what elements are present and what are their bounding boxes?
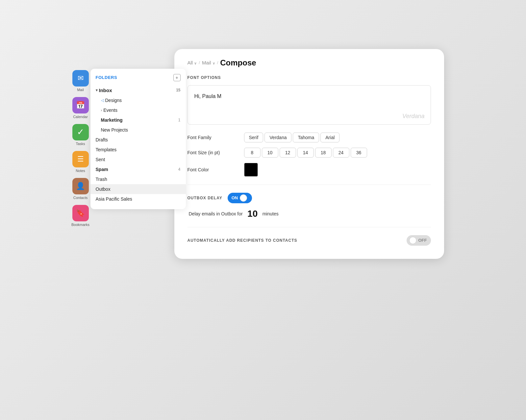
folder-name: New Projects [101, 127, 181, 133]
folder-name: Events [103, 108, 180, 113]
outbox-delay-title: OUTBOX DELAY [188, 196, 222, 200]
breadcrumb-sep2: / [217, 60, 218, 65]
folders-header: FOLDERS + [90, 74, 186, 85]
sidebar-item-tasks[interactable]: ✓ Tasks [71, 123, 90, 147]
font-size-row: Font Size (in pt) 8 10 12 14 18 24 36 [188, 148, 431, 158]
app-sidebar: ✉ Mail 📅 Calendar ✓ Tasks ☰ Notes 👤 Cont… [66, 69, 95, 228]
folder-name: Asia Pacific Sales [96, 196, 181, 202]
folder-name: Outbox [96, 186, 181, 192]
folder-name: Templates [96, 147, 181, 152]
folder-name: Designs [105, 98, 181, 103]
font-family-label: Font Family [188, 135, 240, 140]
contacts-icon: 👤 [72, 178, 89, 194]
plus-icon: + [175, 75, 178, 80]
font-options-title: FONT OPTIONS [188, 75, 431, 80]
breadcrumb-sep1: / [199, 60, 200, 65]
font-family-serif[interactable]: Serif [244, 133, 263, 142]
chevron-right-icon: › [101, 108, 102, 112]
section-divider-2 [188, 227, 431, 227]
folder-item-new-projects[interactable]: New Projects [90, 125, 186, 135]
font-size-12[interactable]: 12 [280, 148, 296, 158]
font-family-row: Font Family Serif Verdana Tahoma Arial [188, 133, 431, 142]
tasks-label: Tasks [76, 142, 85, 146]
sidebar-item-contacts[interactable]: 👤 Contacts [71, 177, 90, 201]
delay-row: Delay emails in Outbox for 10 minutes [188, 209, 431, 219]
bookmarks-icon: 🔖 [72, 205, 89, 221]
calendar-icon: 📅 [72, 97, 89, 113]
notes-label: Notes [76, 169, 85, 173]
mail-icon: ✉ [72, 70, 89, 86]
mail-label: Mail [77, 88, 84, 92]
folder-item-marketing[interactable]: Marketing 1 [90, 115, 186, 125]
font-size-10[interactable]: 10 [262, 148, 278, 158]
delay-label: Delay emails in Outbox for [189, 211, 243, 216]
folder-item-sent[interactable]: Sent [90, 155, 186, 164]
folders-title: FOLDERS [96, 75, 117, 80]
breadcrumb-current: Compose [220, 58, 256, 67]
sidebar-item-bookmarks[interactable]: 🔖 Bookmarks [70, 204, 91, 228]
auto-add-label: AUTOMATICALLY ADD RECIPIENTS TO CONTACTS [188, 238, 401, 243]
font-size-label: Font Size (in pt) [188, 150, 240, 155]
font-preview-box: Hi, Paula M Verdana [188, 85, 431, 125]
outbox-section: OUTBOX DELAY ON Delay emails in Outbox f… [188, 193, 431, 219]
font-options-grid: Font Family Serif Verdana Tahoma Arial F… [188, 133, 431, 177]
toggle-knob [240, 194, 247, 202]
add-folder-button[interactable]: + [173, 74, 181, 81]
folder-badge: 1 [178, 118, 181, 122]
bookmarks-label: Bookmarks [71, 223, 89, 227]
folder-item-designs[interactable]: ◁ Designs [90, 95, 186, 105]
font-size-8[interactable]: 8 [244, 148, 261, 158]
contacts-label: Contacts [73, 196, 88, 200]
font-size-14[interactable]: 14 [297, 148, 314, 158]
folder-item-trash[interactable]: Trash [90, 174, 186, 184]
chevron-down-icon: ∨ [213, 61, 215, 65]
notes-icon: ☰ [72, 151, 89, 167]
folder-item-events[interactable]: › Events [90, 105, 186, 115]
folder-item-asia-pacific[interactable]: Asia Pacific Sales [90, 194, 186, 204]
folders-panel: FOLDERS + ▾ Inbox 15 ◁ Designs › Events … [90, 69, 186, 209]
sidebar-item-mail[interactable]: ✉ Mail [71, 69, 90, 93]
settings-panel: All ∨ / Mail ∨ / Compose FONT OPTIONS Hi… [174, 49, 444, 259]
sidebar-item-calendar[interactable]: 📅 Calendar [71, 96, 90, 120]
breadcrumb-mail[interactable]: Mail ∨ [202, 60, 215, 65]
font-family-verdana[interactable]: Verdana [264, 133, 291, 142]
font-color-row: Font Color [188, 163, 431, 177]
outbox-toggle[interactable]: ON [228, 193, 252, 203]
folder-badge: 4 [178, 167, 181, 172]
folder-name: Inbox [99, 87, 175, 93]
font-color-swatch[interactable] [244, 163, 258, 177]
breadcrumb: All ∨ / Mail ∨ / Compose [188, 58, 431, 67]
breadcrumb-all[interactable]: All ∨ [188, 60, 197, 65]
font-family-arial[interactable]: Arial [320, 133, 339, 142]
font-preview-text: Hi, Paula M [194, 93, 222, 99]
calendar-label: Calendar [73, 115, 88, 119]
section-divider [188, 185, 431, 185]
font-color-label: Font Color [188, 167, 240, 172]
toggle-on-label: ON [232, 195, 238, 200]
folder-name: Trash [96, 177, 181, 182]
font-family-tahoma[interactable]: Tahoma [293, 133, 319, 142]
toggle-off-knob [409, 237, 416, 244]
folder-name: Spam [96, 167, 177, 172]
folder-name: Sent [96, 157, 181, 162]
folder-item-templates[interactable]: Templates [90, 145, 186, 155]
folder-badge: 15 [176, 88, 180, 92]
folder-item-outbox[interactable]: Outbox [90, 184, 186, 194]
font-size-36[interactable]: 36 [351, 148, 367, 158]
folder-item-inbox[interactable]: ▾ Inbox 15 [90, 85, 186, 95]
sidebar-item-notes[interactable]: ☰ Notes [71, 150, 90, 174]
font-family-buttons: Serif Verdana Tahoma Arial [244, 133, 340, 142]
folder-item-spam[interactable]: Spam 4 [90, 164, 186, 174]
auto-add-toggle[interactable]: OFF [407, 235, 431, 246]
font-size-buttons: 8 10 12 14 18 24 36 [244, 148, 367, 158]
font-size-18[interactable]: 18 [315, 148, 332, 158]
auto-add-row: AUTOMATICALLY ADD RECIPIENTS TO CONTACTS… [188, 235, 431, 246]
font-size-24[interactable]: 24 [333, 148, 349, 158]
share-icon: ◁ [101, 98, 104, 103]
folder-item-drafts[interactable]: Drafts [90, 135, 186, 145]
delay-value[interactable]: 10 [246, 209, 259, 219]
font-preview-watermark: Verdana [402, 113, 424, 120]
delay-unit: minutes [263, 211, 279, 216]
folder-name: Drafts [96, 137, 181, 142]
toggle-off-label: OFF [418, 238, 427, 243]
